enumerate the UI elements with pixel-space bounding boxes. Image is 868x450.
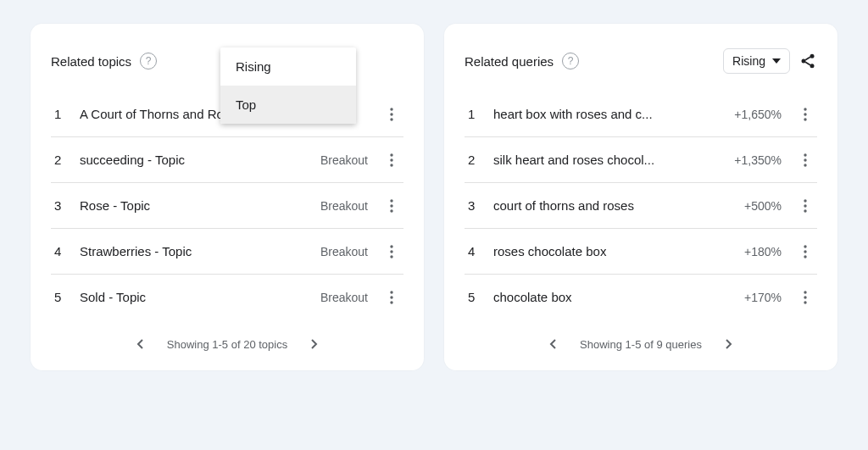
- card-title: Related topics: [51, 54, 131, 69]
- sort-dropdown[interactable]: Rising: [723, 48, 790, 74]
- caret-down-icon: [772, 57, 781, 65]
- list-item[interactable]: 4 Strawberries - Topic Breakout: [51, 229, 403, 275]
- svg-point-32: [804, 301, 806, 303]
- chevron-right-icon[interactable]: [721, 336, 736, 352]
- svg-point-27: [804, 245, 806, 247]
- more-icon[interactable]: [383, 153, 400, 167]
- rank-number: 4: [468, 244, 478, 258]
- svg-point-21: [804, 153, 806, 156]
- queries-list: 1 heart box with roses and c... +1,650% …: [465, 92, 817, 319]
- item-label: Rose - Topic: [80, 198, 305, 213]
- related-queries-card: Related queries ? Rising 1 heart box wit…: [444, 24, 837, 370]
- svg-point-15: [810, 54, 815, 58]
- list-item[interactable]: 2 succeeding - Topic Breakout: [51, 137, 403, 183]
- sort-option-top[interactable]: Top: [220, 86, 356, 124]
- card-header: Related queries ? Rising: [465, 44, 817, 78]
- item-metric: Breakout: [320, 153, 368, 167]
- list-item[interactable]: 3 court of thorns and roses +500%: [465, 183, 817, 229]
- share-icon[interactable]: [798, 52, 817, 70]
- chevron-right-icon[interactable]: [306, 336, 321, 352]
- more-icon[interactable]: [383, 199, 400, 213]
- item-label: succeeding - Topic: [80, 153, 305, 167]
- svg-point-17: [810, 64, 815, 68]
- rank-number: 3: [54, 198, 64, 213]
- svg-point-3: [390, 153, 392, 156]
- svg-point-6: [390, 199, 392, 202]
- related-topics-card: Related topics ? Rising Top 1 A Court of…: [31, 24, 424, 370]
- svg-point-26: [804, 209, 806, 212]
- svg-point-14: [390, 301, 392, 303]
- sort-dropdown-label: Rising: [732, 54, 765, 68]
- pagination: Showing 1-5 of 20 topics: [51, 319, 403, 357]
- pagination: Showing 1-5 of 9 queries: [465, 319, 817, 357]
- help-icon[interactable]: ?: [562, 53, 579, 69]
- more-icon[interactable]: [797, 108, 814, 121]
- sort-option-rising[interactable]: Rising: [220, 47, 356, 86]
- card-header: Related topics ? Rising Top: [51, 44, 403, 78]
- rank-number: 5: [54, 290, 64, 304]
- more-icon[interactable]: [797, 153, 814, 167]
- more-icon[interactable]: [797, 291, 814, 304]
- item-metric: +180%: [744, 245, 782, 258]
- svg-point-22: [804, 158, 806, 161]
- svg-point-16: [802, 59, 806, 64]
- list-item[interactable]: 4 roses chocolate box +180%: [465, 229, 817, 275]
- rank-number: 1: [468, 107, 478, 121]
- more-icon[interactable]: [383, 245, 400, 258]
- rank-number: 2: [54, 153, 64, 167]
- list-item[interactable]: 5 Sold - Topic Breakout: [51, 275, 403, 319]
- svg-point-18: [804, 108, 806, 110]
- svg-point-23: [804, 164, 806, 166]
- svg-point-7: [390, 204, 392, 207]
- pagination-text: Showing 1-5 of 9 queries: [580, 338, 702, 351]
- svg-point-5: [390, 164, 392, 166]
- rank-number: 1: [54, 107, 64, 121]
- svg-point-4: [390, 158, 392, 161]
- item-metric: +1,650%: [734, 108, 782, 121]
- item-metric: Breakout: [320, 291, 368, 304]
- svg-point-0: [390, 108, 392, 110]
- more-icon[interactable]: [797, 199, 814, 213]
- svg-point-12: [390, 291, 392, 293]
- rank-number: 5: [468, 290, 478, 304]
- svg-point-19: [804, 113, 806, 115]
- sort-dropdown-menu: Rising Top: [220, 47, 356, 124]
- chevron-left-icon[interactable]: [546, 336, 561, 352]
- item-label: Sold - Topic: [80, 290, 305, 304]
- svg-point-9: [390, 245, 392, 247]
- svg-point-10: [390, 250, 392, 253]
- svg-point-2: [390, 118, 392, 120]
- list-item[interactable]: 2 silk heart and roses chocol... +1,350%: [465, 137, 817, 183]
- svg-point-11: [390, 255, 392, 258]
- item-label: Strawberries - Topic: [80, 244, 305, 258]
- more-icon[interactable]: [797, 245, 814, 258]
- svg-point-31: [804, 296, 806, 298]
- card-title: Related queries: [465, 54, 554, 69]
- item-label: heart box with roses and c...: [493, 107, 719, 121]
- svg-point-8: [390, 209, 392, 212]
- svg-point-1: [390, 113, 392, 115]
- pagination-text: Showing 1-5 of 20 topics: [167, 338, 287, 351]
- item-metric: Breakout: [320, 199, 368, 213]
- more-icon[interactable]: [383, 108, 400, 121]
- item-label: silk heart and roses chocol...: [493, 153, 719, 167]
- list-item[interactable]: 3 Rose - Topic Breakout: [51, 183, 403, 229]
- rank-number: 4: [54, 244, 64, 258]
- svg-point-24: [804, 199, 806, 202]
- rank-number: 3: [468, 198, 478, 213]
- item-metric: +1,350%: [734, 153, 782, 167]
- topics-list: 1 A Court of Thorns and Ros... 2 succeed…: [51, 92, 403, 319]
- item-label: roses chocolate box: [493, 244, 729, 258]
- svg-point-20: [804, 118, 806, 120]
- item-label: court of thorns and roses: [493, 198, 729, 213]
- svg-point-25: [804, 204, 806, 207]
- list-item[interactable]: 1 heart box with roses and c... +1,650%: [465, 92, 817, 137]
- more-icon[interactable]: [383, 291, 400, 304]
- item-label: chocolate box: [493, 290, 729, 304]
- list-item[interactable]: 5 chocolate box +170%: [465, 275, 817, 319]
- svg-point-13: [390, 296, 392, 298]
- help-icon[interactable]: ?: [140, 53, 157, 69]
- svg-point-29: [804, 255, 806, 258]
- item-metric: +170%: [744, 291, 782, 304]
- chevron-left-icon[interactable]: [133, 336, 148, 352]
